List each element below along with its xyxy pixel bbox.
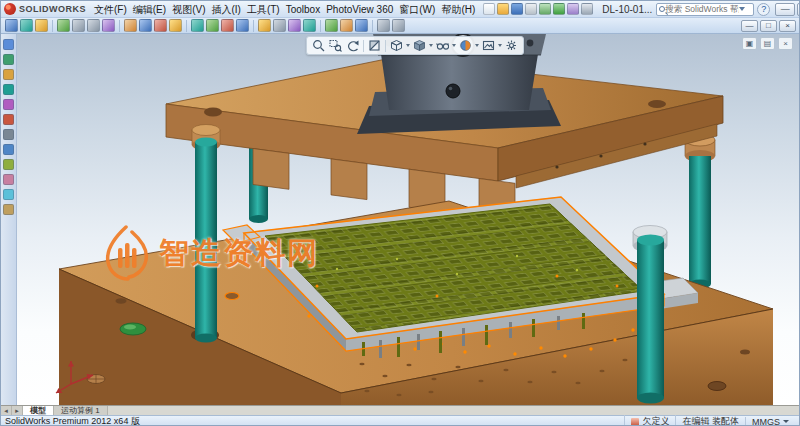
sketch-icon[interactable] xyxy=(325,19,338,32)
doc-close-button[interactable]: × xyxy=(779,20,796,32)
insert-components-icon[interactable] xyxy=(5,19,18,32)
search-input[interactable] xyxy=(665,4,739,14)
graphics-area[interactable]: ▣ ▤ × 智造资料网 xyxy=(17,34,799,405)
menu-insert[interactable]: 插入(I) xyxy=(208,1,243,18)
menu-file[interactable]: 文件(F) xyxy=(91,1,130,18)
smart-dimension-icon[interactable] xyxy=(340,19,353,32)
guide-pillar-left-front[interactable] xyxy=(192,125,220,343)
window-cascade-icon[interactable]: ▤ xyxy=(760,37,775,50)
rebuild-icon[interactable] xyxy=(553,3,565,15)
hide-show-items-icon[interactable] xyxy=(434,38,451,53)
menu-help[interactable]: 帮助(H) xyxy=(438,1,478,18)
assembly-features-icon[interactable] xyxy=(124,19,137,32)
fillet-icon[interactable] xyxy=(3,129,14,140)
section-view-icon[interactable] xyxy=(303,19,316,32)
section-view-icon[interactable] xyxy=(366,38,383,53)
revolved-boss-icon[interactable] xyxy=(3,114,14,125)
options-icon[interactable] xyxy=(581,3,593,15)
mass-properties-icon[interactable] xyxy=(288,19,301,32)
doc-minimize-button[interactable]: — xyxy=(741,20,758,32)
definition-state-text: 欠定义 xyxy=(642,415,669,426)
reference-geometry-tool-icon[interactable] xyxy=(3,174,14,185)
tab-scroll-left-icon[interactable]: ◂ xyxy=(1,406,12,415)
rotate-component-icon[interactable] xyxy=(87,19,100,32)
display-style-caret-icon[interactable] xyxy=(429,44,433,47)
apply-scene-caret-icon[interactable] xyxy=(498,44,502,47)
edit-mode: 在编辑 装配体 xyxy=(675,415,745,426)
smart-fasteners-icon[interactable] xyxy=(57,19,70,32)
file-properties-icon[interactable] xyxy=(567,3,579,15)
zoom-to-area-icon[interactable] xyxy=(327,38,344,53)
smart-dimension-tool-icon[interactable] xyxy=(3,69,14,80)
show-hidden-components-icon[interactable] xyxy=(102,19,115,32)
guide-pillar-right-front[interactable] xyxy=(633,226,667,404)
explode-line-sketch-icon[interactable] xyxy=(206,19,219,32)
menu-photoview[interactable]: PhotoView 360 xyxy=(323,1,396,18)
viewport-corner-buttons: ▣ ▤ × xyxy=(742,37,793,50)
clearance-verification-icon[interactable] xyxy=(236,19,249,32)
mirror-icon[interactable] xyxy=(3,159,14,170)
edit-component-icon[interactable] xyxy=(355,19,368,32)
view-settings-icon[interactable] xyxy=(503,38,520,53)
move-component-icon[interactable] xyxy=(72,19,85,32)
menu-window[interactable]: 窗口(W) xyxy=(396,1,438,18)
extruded-boss-icon[interactable] xyxy=(3,84,14,95)
measure-tool-icon[interactable] xyxy=(3,189,14,200)
extruded-cut-icon[interactable] xyxy=(3,99,14,110)
window-close-icon[interactable]: × xyxy=(778,37,793,50)
units-caret-icon xyxy=(783,420,789,423)
zoom-to-fit-icon[interactable] xyxy=(310,38,327,53)
exploded-view-icon[interactable] xyxy=(191,19,204,32)
3d-viewport-scene[interactable] xyxy=(17,34,799,405)
units-selector[interactable]: MMGS xyxy=(745,417,795,426)
help-button[interactable]: ? xyxy=(757,3,770,16)
menu-edit[interactable]: 编辑(E) xyxy=(130,1,169,18)
new-icon[interactable] xyxy=(483,3,495,15)
assembly-toolbar: — □ × xyxy=(1,18,799,34)
heads-up-view-toolbar xyxy=(306,36,524,55)
bill-of-materials-icon[interactable] xyxy=(169,19,182,32)
hole-alignment-icon[interactable] xyxy=(258,19,271,32)
edit-appearance-caret-icon[interactable] xyxy=(475,44,479,47)
menu-view[interactable]: 视图(V) xyxy=(169,1,208,18)
print-icon[interactable] xyxy=(525,3,537,15)
left-view-toolbar xyxy=(1,34,17,405)
window-tile-icon[interactable]: ▣ xyxy=(742,37,757,50)
save-icon[interactable] xyxy=(511,3,523,15)
reference-geometry-icon[interactable] xyxy=(139,19,152,32)
title-bar: SOLIDWORKS 文件(F) 编辑(E) 视图(V) 插入(I) 工具(T)… xyxy=(1,1,799,18)
apply-scene-icon[interactable] xyxy=(480,38,497,53)
virtual-sharp-icon[interactable] xyxy=(377,19,390,32)
select-icon[interactable] xyxy=(3,39,14,50)
appearance-tool-icon[interactable] xyxy=(3,204,14,215)
edit-appearance-icon[interactable] xyxy=(457,38,474,53)
view-orientation-icon[interactable] xyxy=(388,38,405,53)
tab-scroll-right-icon[interactable]: ▸ xyxy=(12,406,23,415)
linear-pattern-icon[interactable] xyxy=(3,144,14,155)
toolbar-options-icon[interactable] xyxy=(392,19,405,32)
definition-state: 欠定义 xyxy=(624,415,675,426)
undo-icon[interactable] xyxy=(539,3,551,15)
help-search-box[interactable] xyxy=(656,3,754,16)
mate-icon[interactable] xyxy=(20,19,33,32)
open-icon[interactable] xyxy=(497,3,509,15)
view-orientation-caret-icon[interactable] xyxy=(406,44,410,47)
new-motion-study-icon[interactable] xyxy=(154,19,167,32)
menu-tools[interactable]: 工具(T) xyxy=(244,1,283,18)
linear-component-pattern-icon[interactable] xyxy=(35,19,48,32)
sketch-tool-icon[interactable] xyxy=(3,54,14,65)
solidworks-window: SOLIDWORKS 文件(F) 编辑(E) 视图(V) 插入(I) 工具(T)… xyxy=(0,0,800,426)
guide-pillar-right-back[interactable] xyxy=(685,134,715,289)
interference-detection-icon[interactable] xyxy=(221,19,234,32)
previous-view-icon[interactable] xyxy=(344,38,361,53)
doc-restore-button[interactable]: □ xyxy=(760,20,777,32)
search-caret-icon[interactable] xyxy=(739,7,745,11)
menu-toolbox[interactable]: Toolbox xyxy=(283,1,323,18)
hide-show-caret-icon[interactable] xyxy=(452,44,456,47)
display-style-icon[interactable] xyxy=(411,38,428,53)
tab-model[interactable]: 模型 xyxy=(23,406,54,415)
minimize-button[interactable]: — xyxy=(775,3,795,16)
units-text: MMGS xyxy=(752,417,780,426)
measure-icon[interactable] xyxy=(273,19,286,32)
tab-motion-study[interactable]: 运动算例 1 xyxy=(54,406,108,415)
